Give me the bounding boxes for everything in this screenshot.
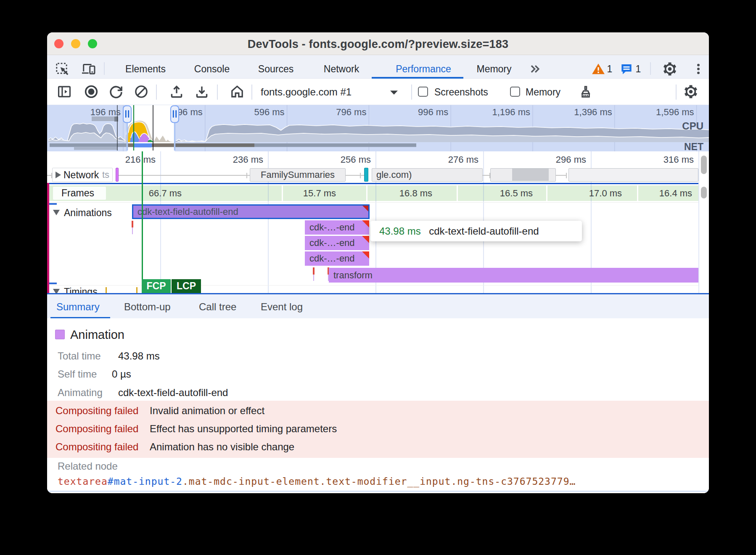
network-request-bar[interactable]: gle.com) xyxy=(372,168,483,182)
tab-call-tree[interactable]: Call tree xyxy=(199,294,236,318)
target-dropdown-icon[interactable] xyxy=(389,90,399,95)
upload-profile-button[interactable] xyxy=(169,84,185,100)
tab-network[interactable]: Network xyxy=(324,55,359,79)
performance-toolbar: fonts.google.com #1 Screenshots Memory xyxy=(47,79,709,105)
summary-row-value: 43.98 ms xyxy=(118,350,160,362)
device-toolbar-button[interactable] xyxy=(81,61,96,77)
left-scroll-indicator xyxy=(47,183,49,293)
frame-duration: 17.0 ms xyxy=(589,185,622,201)
tab-memory[interactable]: Memory xyxy=(476,55,511,79)
frames-track-label[interactable]: Frames xyxy=(53,187,106,200)
gridline-frames xyxy=(483,185,484,201)
scrollbar-thumb[interactable] xyxy=(701,156,707,174)
screenshots-label[interactable]: Screenshots xyxy=(434,87,488,98)
tab-console[interactable]: Console xyxy=(194,55,230,79)
tab-bottom-up[interactable]: Bottom-up xyxy=(124,294,171,318)
animation-bar-label: cdk-…-end xyxy=(309,222,355,233)
ruler-label: 316 ms xyxy=(663,154,694,165)
node-tag: textarea xyxy=(58,476,108,487)
kebab-menu-icon[interactable] xyxy=(691,62,706,76)
toggle-sidebar-button[interactable] xyxy=(56,84,72,100)
network-track-title: Network xyxy=(63,169,99,181)
details-tabbar: Summary Bottom-up Call tree Event log xyxy=(47,294,709,318)
settings-gear-icon[interactable] xyxy=(662,61,677,77)
inspect-element-button[interactable] xyxy=(55,61,70,77)
frame-duration: 16.4 ms xyxy=(659,185,692,201)
animation-bar-label: cdk-…-end xyxy=(309,253,355,264)
memory-checkbox[interactable] xyxy=(510,87,520,97)
ruler-label: 256 ms xyxy=(341,154,371,165)
expand-network-icon[interactable] xyxy=(56,172,61,178)
fcp-marker-line xyxy=(142,151,143,279)
network-track-bottom-border xyxy=(47,183,699,184)
event-color-swatch xyxy=(55,330,65,339)
compositing-failed-corner xyxy=(362,220,369,227)
timing-marker xyxy=(106,287,107,293)
target-selector[interactable]: fonts.google.com #1 xyxy=(261,86,352,98)
svg-text:196 ms: 196 ms xyxy=(90,107,121,117)
warning-row-label: Compositing failed xyxy=(56,405,138,417)
lcp-badge[interactable]: LCP xyxy=(172,279,201,293)
animation-bar-label: cdk-text-field-autofill-end xyxy=(137,206,238,217)
network-request-marker-teal[interactable] xyxy=(364,168,368,182)
related-node-link[interactable]: textarea#mat-input-2.mat-mdc-input-eleme… xyxy=(58,476,576,487)
capture-settings-gear-icon[interactable] xyxy=(683,84,698,99)
collapse-animations-icon[interactable] xyxy=(53,210,60,215)
toolbar-separator-5 xyxy=(676,85,677,100)
tab-event-log[interactable]: Event log xyxy=(261,294,303,318)
animation-bar[interactable]: cdk-…-end xyxy=(305,236,369,250)
collapse-timings-icon[interactable] xyxy=(53,289,60,293)
tab-summary[interactable]: Summary xyxy=(56,294,100,318)
animation-bar-label: cdk-…-end xyxy=(309,238,355,248)
warning-row-text: Animation has no visible change xyxy=(150,441,294,453)
network-ghost-text: ts xyxy=(102,169,109,180)
gridline xyxy=(160,151,161,293)
gridline-frames xyxy=(375,185,376,201)
compositing-failed-corner xyxy=(362,206,368,211)
svg-text:1,396 ms: 1,396 ms xyxy=(574,107,612,117)
home-button[interactable] xyxy=(229,84,245,100)
tab-sources[interactable]: Sources xyxy=(258,55,293,79)
summary-row-label: Self time xyxy=(58,368,97,380)
network-request-download-segment xyxy=(512,169,549,181)
record-button[interactable] xyxy=(83,84,99,100)
track-bottom-accent xyxy=(49,283,57,284)
titlebar[interactable]: DevTools - fonts.google.com/?preview.siz… xyxy=(47,32,709,55)
warning-icon[interactable] xyxy=(591,62,606,77)
tab-performance[interactable]: Performance xyxy=(396,55,451,79)
network-request-bar[interactable] xyxy=(568,168,698,182)
network-request-bar[interactable] xyxy=(490,168,556,182)
svg-text:596 ms: 596 ms xyxy=(254,107,284,117)
animation-bar[interactable]: cdk-…-end xyxy=(305,251,369,266)
download-profile-button[interactable] xyxy=(194,84,210,100)
issues-icon[interactable] xyxy=(620,62,634,76)
devtools-window: DevTools - fonts.google.com/?preview.siz… xyxy=(47,32,709,493)
ruler-label: 296 ms xyxy=(556,154,586,165)
more-tabs-button[interactable] xyxy=(527,62,542,76)
frame-duration: 15.7 ms xyxy=(303,185,336,201)
fcp-badge[interactable]: FCP xyxy=(142,279,171,293)
screenshots-checkbox[interactable] xyxy=(418,87,428,97)
network-request-marker[interactable] xyxy=(116,168,119,182)
network-request-bar[interactable]: FamilySummaries xyxy=(250,168,346,182)
timeline-overview[interactable]: 196 ms 396 ms 596 ms 796 ms 996 ms 1,196… xyxy=(47,105,709,151)
scrollbar-thumb[interactable] xyxy=(701,187,707,198)
memory-label[interactable]: Memory xyxy=(526,87,560,98)
network-request-whisker xyxy=(566,173,567,178)
animation-bar-transform[interactable]: transform xyxy=(329,268,698,283)
animation-bar-selected[interactable]: cdk-text-field-autofill-end xyxy=(132,204,370,219)
clear-button[interactable] xyxy=(134,84,149,100)
tab-elements[interactable]: Elements xyxy=(125,55,166,79)
node-classes: .mat-mdc-input-element.text-modifier__in… xyxy=(182,476,576,487)
flame-chart[interactable]: 216 ms 236 ms 256 ms 276 ms 296 ms 316 m… xyxy=(47,151,709,293)
toolbar-separator-4 xyxy=(411,85,412,100)
issues-count: 1 xyxy=(636,55,641,79)
reload-record-button[interactable] xyxy=(108,84,124,100)
compositing-failed-corner xyxy=(362,251,369,259)
animation-start-tick xyxy=(313,267,315,275)
animation-bar[interactable]: cdk-…-end xyxy=(305,220,369,235)
frame-duration: 66.7 ms xyxy=(149,185,182,201)
timings-track-title: Timings xyxy=(64,286,98,293)
collect-garbage-icon[interactable] xyxy=(578,85,594,100)
warning-row-label: Compositing failed xyxy=(56,441,138,453)
